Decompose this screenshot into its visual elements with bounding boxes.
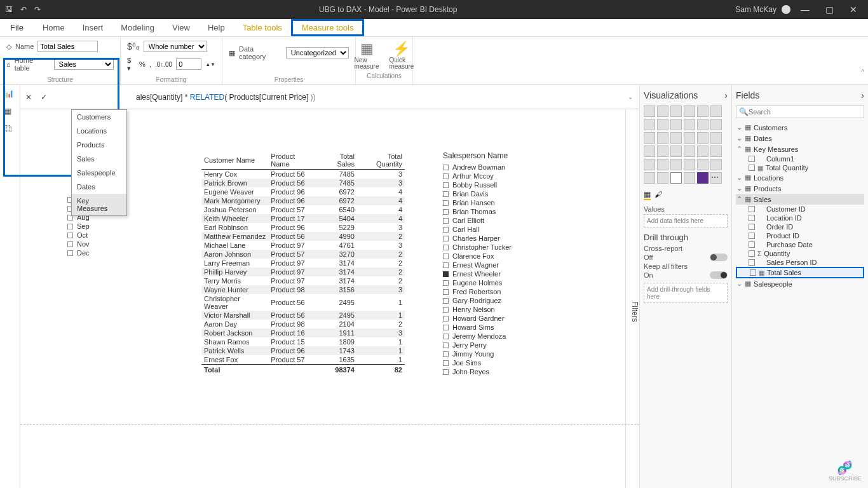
viz-type-icon[interactable]	[684, 159, 695, 170]
viz-type-icon[interactable]	[684, 146, 695, 157]
fields-tab-icon[interactable]: ▦	[644, 190, 651, 200]
viz-type-icon[interactable]	[644, 172, 655, 184]
viz-type-icon[interactable]	[684, 172, 695, 184]
month-slicer-item[interactable]: Dec	[67, 248, 125, 257]
month-slicer-item[interactable]: Sep	[67, 222, 125, 231]
help-tab[interactable]: Help	[199, 19, 234, 36]
fields-table[interactable]: ⌄▦Dates	[736, 133, 864, 144]
salesperson-item[interactable]: Andrew Bowman	[443, 163, 570, 172]
salesperson-item[interactable]: Fred Robertson	[443, 287, 570, 296]
report-canvas[interactable]: CustomersLocationsProductsSalesSalespeop…	[20, 109, 639, 488]
fields-field[interactable]: Product ID	[736, 231, 864, 240]
salesperson-item[interactable]: Clarence Fox	[443, 252, 570, 261]
fields-field[interactable]: Customer ID	[736, 205, 864, 214]
salesperson-item[interactable]: Howard Sims	[443, 323, 570, 332]
formula-expand-icon[interactable]: ⌄	[624, 93, 637, 100]
values-well[interactable]: Add data fields here	[644, 214, 728, 227]
formula-cancel-icon[interactable]: ✕	[23, 93, 34, 102]
viz-type-icon[interactable]: ⋯	[710, 172, 722, 184]
salesperson-item[interactable]: John Reyes	[443, 367, 570, 376]
table-row[interactable]: Henry CoxProduct 5674853	[201, 170, 405, 179]
salesperson-item[interactable]: Eugene Holmes	[443, 278, 570, 287]
table-row[interactable]: Earl RobinsonProduct 9652293	[201, 223, 405, 232]
salesperson-item[interactable]: Henry Nelson	[443, 305, 570, 314]
ribbon-collapse-chevron[interactable]: ^	[861, 69, 864, 76]
viz-type-icon[interactable]	[644, 119, 655, 130]
cross-report-toggle[interactable]	[710, 254, 728, 261]
undo-icon[interactable]: ↶	[20, 5, 27, 14]
viz-type-icon[interactable]	[710, 146, 722, 157]
table-row[interactable]: Mark MontgomeryProduct 9669724	[201, 196, 405, 205]
view-tab[interactable]: View	[163, 19, 199, 36]
fields-table[interactable]: ⌃▦Sales	[736, 194, 864, 205]
file-tab[interactable]: File	[0, 19, 34, 36]
viz-type-icon[interactable]	[657, 105, 668, 117]
salesperson-item[interactable]: Carl Hall	[443, 225, 570, 234]
fields-table[interactable]: ⌃▦Key Measures	[736, 144, 864, 154]
table-row[interactable]: Eugene WeaverProduct 9669724	[201, 187, 405, 196]
redo-icon[interactable]: ↷	[34, 5, 41, 14]
fields-table[interactable]: ⌄▦Salespeople	[736, 278, 864, 289]
home-table-option[interactable]: Locations	[72, 124, 126, 138]
salesperson-slicer[interactable]: Salesperson Name Andrew BowmanArthur Mcc…	[443, 151, 570, 376]
table-header[interactable]: Product Name	[268, 151, 318, 170]
maximize-button[interactable]: ▢	[820, 4, 839, 15]
viz-type-icon[interactable]	[710, 159, 722, 170]
new-measure-button[interactable]: ▦ New measure	[351, 39, 383, 71]
viz-type-icon[interactable]	[670, 105, 682, 117]
salesperson-item[interactable]: Jimmy Young	[443, 349, 570, 358]
table-row[interactable]: Wayne HunterProduct 9831563	[201, 285, 405, 294]
minimize-button[interactable]: —	[796, 4, 815, 15]
viz-type-icon[interactable]	[684, 119, 695, 130]
salesperson-item[interactable]: Ernest Wagner	[443, 261, 570, 269]
viz-type-icon[interactable]	[670, 172, 682, 184]
table-row[interactable]: Christopher WeaverProduct 5624951	[201, 294, 405, 311]
avatar[interactable]	[782, 5, 790, 14]
salesperson-item[interactable]: Joe Sims	[443, 358, 570, 367]
keep-filters-toggle[interactable]	[710, 271, 728, 279]
table-header[interactable]: Customer Name	[201, 151, 268, 170]
home-table-option[interactable]: Key Measures	[72, 194, 126, 215]
fields-pane-chevron-icon[interactable]: ›	[861, 90, 864, 100]
salesperson-item[interactable]: Carl Elliott	[443, 216, 570, 225]
viz-type-icon[interactable]	[670, 119, 682, 130]
viz-type-icon[interactable]	[657, 146, 668, 157]
fields-field[interactable]: Column1	[736, 154, 864, 163]
table-row[interactable]: Patrick BrownProduct 5674853	[201, 179, 405, 187]
modeling-tab[interactable]: Modeling	[112, 19, 163, 36]
salesperson-item[interactable]: Ernest Wheeler	[443, 269, 570, 278]
month-slicer-item[interactable]: Nov	[67, 240, 125, 248]
fields-field[interactable]: ▦Total Sales	[736, 267, 864, 278]
salesperson-item[interactable]: Gary Rodriguez	[443, 296, 570, 305]
stepper-icon[interactable]: ▲▼	[205, 62, 215, 67]
fields-search[interactable]: 🔍	[736, 105, 864, 118]
viz-type-icon[interactable]	[644, 132, 655, 144]
fields-field[interactable]: Order ID	[736, 222, 864, 231]
format-tab-icon[interactable]: 🖌	[654, 190, 662, 200]
fields-field[interactable]: Location ID	[736, 214, 864, 222]
table-header[interactable]: Total Quantity	[357, 151, 405, 170]
measure-tools-tab[interactable]: Measure tools	[291, 19, 365, 36]
table-row[interactable]: Robert JacksonProduct 1619113	[201, 329, 405, 337]
fields-table[interactable]: ⌄▦Products	[736, 183, 864, 194]
home-table-option[interactable]: Salespeople	[72, 166, 126, 180]
table-header[interactable]: Total Sales	[318, 151, 357, 170]
salesperson-item[interactable]: Howard Gardner	[443, 314, 570, 323]
viz-type-icon[interactable]	[697, 159, 709, 170]
viz-type-icon[interactable]	[697, 132, 709, 144]
table-row[interactable]: Joshua PetersonProduct 5765404	[201, 205, 405, 214]
viz-type-icon[interactable]	[657, 159, 668, 170]
viz-type-icon[interactable]	[657, 172, 668, 184]
salesperson-item[interactable]: Bobby Russell	[443, 180, 570, 189]
viz-type-icon[interactable]	[697, 119, 709, 130]
fields-field[interactable]: Sales Person ID	[736, 258, 864, 267]
viz-type-icon[interactable]	[684, 105, 695, 117]
salesperson-item[interactable]: Christopher Tucker	[443, 243, 570, 252]
table-row[interactable]: Larry FreemanProduct 9731742	[201, 259, 405, 268]
viz-type-icon[interactable]	[657, 119, 668, 130]
table-row[interactable]: Aaron DayProduct 9821042	[201, 320, 405, 329]
save-icon[interactable]: 🖫	[5, 5, 13, 14]
formula-bar[interactable]: ✕ ✓ ales[Quantity] * RELATED( Products[C…	[20, 85, 639, 109]
viz-type-icon[interactable]	[657, 132, 668, 144]
viz-type-icon[interactable]	[670, 132, 682, 144]
